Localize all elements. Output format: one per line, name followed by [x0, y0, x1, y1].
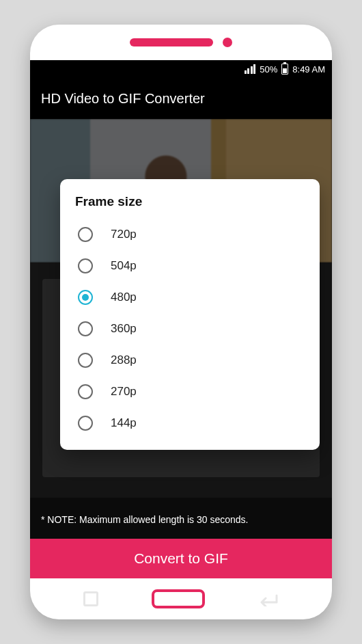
radio-icon — [78, 290, 93, 305]
convert-button[interactable]: Convert to GIF — [30, 539, 332, 578]
option-label: 480p — [111, 291, 137, 304]
signal-icon — [243, 64, 255, 74]
option-label: 288p — [111, 353, 137, 367]
option-720p[interactable]: 720p — [75, 219, 305, 250]
frame-size-dialog: Frame size 720p 504p 480p 360p 288p — [60, 179, 320, 450]
radio-icon — [78, 321, 93, 336]
option-144p[interactable]: 144p — [75, 407, 305, 439]
convert-button-label: Convert to GIF — [134, 550, 228, 567]
battery-icon — [281, 64, 288, 75]
phone-top-bezel — [30, 25, 332, 60]
nav-back-icon[interactable] — [258, 591, 279, 606]
phone-frame: 50% 8:49 AM HD Video to GIF Converter Fr… — [30, 25, 332, 619]
note-text: * NOTE: Maximum allowed length is 30 sec… — [30, 514, 332, 525]
option-504p[interactable]: 504p — [75, 250, 305, 282]
radio-icon — [78, 416, 93, 431]
option-label: 360p — [111, 322, 137, 336]
status-bar: 50% 8:49 AM — [30, 60, 332, 78]
option-label: 270p — [111, 385, 137, 399]
option-480p[interactable]: 480p — [75, 282, 305, 313]
option-288p[interactable]: 288p — [75, 345, 305, 376]
dialog-title: Frame size — [75, 194, 305, 209]
screen: 50% 8:49 AM HD Video to GIF Converter Fr… — [30, 60, 332, 578]
status-time: 8:49 AM — [292, 64, 325, 75]
radio-icon — [78, 353, 93, 368]
phone-camera — [223, 38, 232, 47]
phone-nav-bar — [30, 578, 332, 619]
radio-icon — [78, 258, 93, 273]
option-label: 504p — [111, 259, 137, 273]
nav-home-button[interactable] — [152, 589, 205, 608]
nav-recent-icon[interactable] — [83, 591, 98, 606]
option-270p[interactable]: 270p — [75, 376, 305, 407]
option-label: 144p — [111, 416, 137, 430]
option-label: 720p — [111, 228, 137, 241]
radio-icon — [78, 384, 93, 399]
radio-icon — [78, 227, 93, 242]
option-360p[interactable]: 360p — [75, 313, 305, 345]
app-title-bar: HD Video to GIF Converter — [30, 78, 332, 119]
battery-percent: 50% — [260, 64, 277, 75]
phone-speaker — [130, 38, 213, 46]
app-title: HD Video to GIF Converter — [41, 91, 205, 107]
